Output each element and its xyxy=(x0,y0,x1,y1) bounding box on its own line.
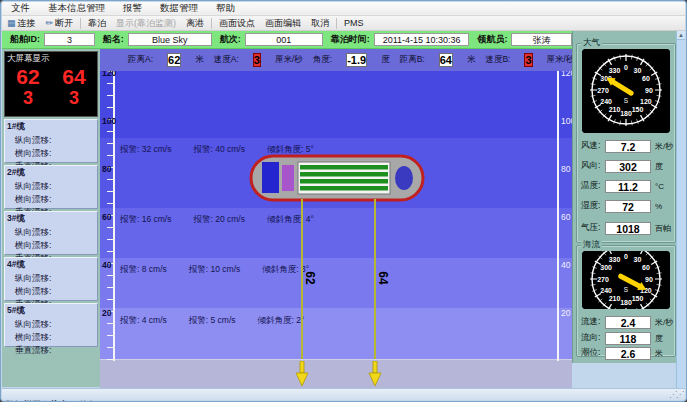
distance-a-unit: 米 xyxy=(195,54,204,66)
svg-text:120: 120 xyxy=(640,98,652,105)
plot-band-1 xyxy=(100,71,572,138)
svg-text:180: 180 xyxy=(620,110,632,117)
svg-text:S: S xyxy=(624,97,629,104)
y-tick-label: 100 xyxy=(102,116,116,126)
speed-a-label: 速度A: xyxy=(214,54,239,66)
svg-text:330: 330 xyxy=(609,256,621,263)
wind-speed-label: 风速: xyxy=(581,140,605,152)
ship-name-label: 船名: xyxy=(103,33,124,46)
distance-b-label: 距离B: xyxy=(400,54,425,66)
berth-time-field[interactable]: 2011-4-15 10:30:36 xyxy=(374,33,470,46)
berth-button[interactable]: 靠泊 xyxy=(83,17,111,30)
svg-text:90: 90 xyxy=(645,276,653,283)
vessel-info-bar: 船舶ID: 3 船名: Blue Sky 航次: 001 靠泊时间: 2011-… xyxy=(2,31,572,49)
toolbar-separator xyxy=(336,18,337,29)
y-tick-label: 60 xyxy=(561,212,570,222)
depart-button[interactable]: 离港 xyxy=(181,17,209,30)
cable-5-vertical-drift: 垂直漂移: xyxy=(5,344,97,357)
pressure-label: 气压: xyxy=(581,222,605,234)
display-distance-a: 62 xyxy=(5,66,51,88)
speed-b-label: 速度B: xyxy=(485,54,510,66)
alarm-threshold-line-4: 报警: 4 cm/s报警: 5 cm/s倾斜角度: 2° xyxy=(120,315,326,327)
y-tick-label: 40 xyxy=(102,260,111,270)
display-monitor-button[interactable]: 显示(靠泊监测) xyxy=(111,17,181,30)
ship-superstructure-blue xyxy=(262,162,279,193)
ship-name-field[interactable]: Blue Sky xyxy=(128,33,212,46)
speed-a-value: 3 xyxy=(253,53,261,67)
cable-section-1: 1#缆 纵向漂移: 横向漂移: 垂直漂移: xyxy=(4,119,98,163)
svg-text:150: 150 xyxy=(632,295,644,302)
left-panel: 大屏幕显示 62 64 3 3 1#缆 纵向漂移: 横向漂移: 垂直漂移: 2#… xyxy=(2,49,100,387)
alarm-threshold-line-3: 报警: 8 cm/s报警: 10 cm/s倾斜角度: 3° xyxy=(120,264,331,276)
connect-icon: ▦ xyxy=(7,18,16,28)
ship-id-field[interactable]: 3 xyxy=(44,33,95,46)
svg-text:0: 0 xyxy=(624,64,628,71)
menu-basic-info[interactable]: 基本信息管理 xyxy=(39,2,114,15)
y-tick-label: 120 xyxy=(561,71,572,78)
current-direction-label: 流向: xyxy=(581,332,605,344)
svg-text:240: 240 xyxy=(600,287,612,294)
wind-speed-value: 7.2 xyxy=(605,140,651,153)
menu-data-mgmt[interactable]: 数据管理 xyxy=(151,2,207,15)
disconnect-icon: ✏ xyxy=(46,18,54,28)
dock-anchor-arrow-a xyxy=(295,361,309,387)
current-direction-unit: 度 xyxy=(655,333,663,344)
vertical-scrollbar[interactable]: ▲ xyxy=(676,31,685,388)
tide-level-label: 潮位: xyxy=(581,347,605,359)
svg-text:300: 300 xyxy=(600,264,612,271)
wind-direction-value: 302 xyxy=(605,160,651,173)
menu-file[interactable]: 文件 xyxy=(2,2,39,15)
big-screen-display: 大屏幕显示 62 64 3 3 xyxy=(4,51,98,117)
cable-section-3: 3#缆 纵向漂移: 横向漂移: 垂直漂移: xyxy=(4,211,98,255)
wind-direction-label: 风向: xyxy=(581,160,605,172)
pilot-field[interactable]: 张涛 xyxy=(511,33,572,46)
y-axis-left-labels: 12010080604020 xyxy=(100,71,130,389)
current-speed-unit: 米/秒 xyxy=(655,317,673,328)
cable-5-title: 5#缆 xyxy=(5,304,97,318)
svg-text:30: 30 xyxy=(634,67,642,74)
status-bar: ⋰⋰ xyxy=(2,388,685,400)
cable-5-lateral-drift: 横向漂移: xyxy=(5,331,97,344)
atmosphere-title: 大气 xyxy=(581,37,602,49)
y-tick-label: 120 xyxy=(102,71,116,78)
y-tick-label: 40 xyxy=(561,260,570,270)
berthing-chart: 距离A: 62 米 速度A: 3 厘米/秒 角度: -1.9 度 距离B: 64… xyxy=(100,49,572,389)
humidity-label: 湿度: xyxy=(581,200,605,212)
cable-1-lateral-drift: 横向漂移: xyxy=(5,147,97,160)
menu-alarm[interactable]: 报警 xyxy=(114,2,151,15)
current-speed-value: 2.4 xyxy=(605,316,651,329)
pms-button[interactable]: PMS xyxy=(339,17,369,30)
wind-speed-unit: 米/秒 xyxy=(655,141,673,152)
resize-grip-icon[interactable]: ⋰⋰ xyxy=(669,390,683,399)
distance-b-unit: 米 xyxy=(467,54,476,66)
cable-3-lateral-drift: 横向漂移: xyxy=(5,239,97,252)
screen-edit-button[interactable]: 画面编辑 xyxy=(260,17,306,30)
menu-help[interactable]: 帮助 xyxy=(207,2,244,15)
dock-strip xyxy=(100,359,572,389)
connect-button[interactable]: ▦ 连接 xyxy=(2,17,41,30)
screen-setpoint-button[interactable]: 画面设点 xyxy=(214,17,260,30)
disconnect-button[interactable]: ✏ 断开 xyxy=(41,17,79,30)
scroll-up-icon[interactable]: ▲ xyxy=(677,31,685,40)
display-speed-a: 3 xyxy=(5,88,51,108)
cable-section-4: 4#缆 纵向漂移: 横向漂移: 垂直漂移: xyxy=(4,257,98,301)
y-axis-right-labels: 12010080604020 xyxy=(559,71,572,389)
mooring-label-a: 62 xyxy=(303,271,317,284)
svg-text:210: 210 xyxy=(609,295,621,302)
speed-a-unit: 厘米/秒 xyxy=(275,54,303,66)
y-tick-label: 20 xyxy=(561,308,570,318)
cancel-button[interactable]: 取消 xyxy=(306,17,334,30)
pressure-unit: 百帕 xyxy=(655,223,671,234)
ship-graphic xyxy=(248,153,426,203)
voyage-field[interactable]: 001 xyxy=(245,33,323,46)
cable-section-5: 5#缆 纵向漂移: 横向漂移: 垂直漂移: xyxy=(4,303,98,347)
svg-text:210: 210 xyxy=(609,106,621,113)
deck-stripe xyxy=(300,179,388,184)
humidity-unit: % xyxy=(655,202,662,211)
ship-bow-ellipse xyxy=(395,166,413,190)
sea-current-title: 海流 xyxy=(581,239,602,251)
svg-text:30: 30 xyxy=(634,256,642,263)
toolbar-separator xyxy=(80,18,81,29)
svg-text:60: 60 xyxy=(642,264,650,271)
pressure-value: 1018 xyxy=(605,222,651,235)
